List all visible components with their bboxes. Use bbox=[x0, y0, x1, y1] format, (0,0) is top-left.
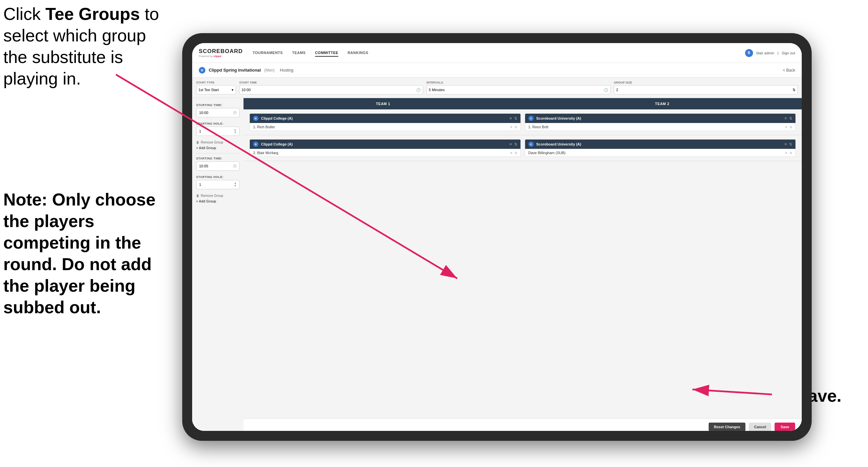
group2-remove-button[interactable]: 🗑 Remove Group bbox=[196, 194, 240, 198]
group-size-input[interactable]: 2 ⇅ bbox=[614, 85, 798, 94]
subheader-badge: B bbox=[199, 67, 206, 74]
group-size-label: Group Size bbox=[614, 81, 798, 84]
subheader: B Clippd Spring Invitational (Men) Hosti… bbox=[192, 63, 802, 78]
group1-time-field: STARTING TIME: 10:00 🕐 bbox=[196, 104, 240, 117]
nav-links: TOURNAMENTS TEAMS COMMITTEE RANKINGS bbox=[253, 49, 745, 57]
group1-team1-name: Clippd College (A) bbox=[261, 116, 506, 120]
group1-remove-button[interactable]: 🗑 Remove Group bbox=[196, 141, 240, 144]
group2-team2-expand-icon[interactable]: ⇅ bbox=[789, 142, 792, 146]
header-team1: Team 1 bbox=[244, 98, 523, 109]
group1-time-value: 10:00 bbox=[199, 111, 208, 115]
start-time-value: 10:00 bbox=[242, 88, 251, 92]
left-panel: STARTING TIME: 10:00 🕐 STARTING HOLE: 1 … bbox=[192, 98, 244, 431]
intervals-label: Intervals bbox=[426, 81, 610, 84]
sign-out-link[interactable]: Sign out bbox=[782, 51, 795, 55]
group-1-row: B Clippd College (A) ✕ ⇅ 1. Rich Butler bbox=[244, 109, 802, 135]
group1-team2-player1-expand-icon[interactable]: ⇅ bbox=[789, 125, 792, 129]
user-name: blair admin bbox=[756, 51, 774, 55]
group1-team2-player1: 1. Rees Britt ✕ ⇅ bbox=[525, 123, 796, 130]
table-header: Team 1 Team 2 bbox=[244, 98, 802, 109]
group2-add-button[interactable]: + Add Group bbox=[196, 200, 240, 203]
group1-team1-expand-icon[interactable]: ⇅ bbox=[514, 116, 517, 121]
group2-team2-actions: ✕ ⇅ bbox=[784, 142, 792, 146]
group1-hole-field: STARTING HOLE: 1 ▲ ▼ bbox=[196, 122, 240, 136]
hole-stepper-2[interactable]: ▲ ▼ bbox=[234, 182, 237, 187]
group2-hole-label: STARTING HOLE: bbox=[196, 175, 240, 179]
group1-team1-player1: 1. Rich Butler ✕ ⇅ bbox=[250, 123, 521, 130]
right-content: Team 1 Team 2 B Clippd College (A) bbox=[244, 98, 802, 431]
group2-team2-card: S Scoreboard University (A) ✕ ⇅ Dave Bil… bbox=[525, 139, 796, 157]
group1-team1-player1-close-icon[interactable]: ✕ bbox=[510, 125, 513, 129]
stepper-down-icon[interactable]: ▼ bbox=[234, 131, 237, 134]
note-bold: Note: Only choose the players competing … bbox=[3, 190, 155, 317]
group1-add-button[interactable]: + Add Group bbox=[196, 146, 240, 150]
group1-hole-value: 1 bbox=[199, 129, 201, 133]
start-time-input[interactable]: 10:00 🕐 bbox=[239, 85, 423, 94]
groups-scroll-area[interactable]: B Clippd College (A) ✕ ⇅ 1. Rich Butler bbox=[244, 109, 802, 418]
nav-rankings[interactable]: RANKINGS bbox=[347, 49, 368, 57]
group1-team1-close-icon[interactable]: ✕ bbox=[509, 116, 512, 121]
group1-hole-label: STARTING HOLE: bbox=[196, 122, 240, 125]
stepper-icon: ⇅ bbox=[793, 88, 796, 92]
tablet-screen: SCOREBOARD Powered by clippd TOURNAMENTS… bbox=[192, 43, 802, 431]
back-button[interactable]: < Back bbox=[783, 68, 795, 72]
group2-hole-input[interactable]: 1 ▲ ▼ bbox=[196, 180, 240, 189]
group2-team1-player1-expand-icon[interactable]: ⇅ bbox=[515, 151, 517, 155]
group1-team1-badge: B bbox=[253, 116, 258, 121]
group2-team2-close-icon[interactable]: ✕ bbox=[784, 142, 787, 146]
group1-team2-player1-actions: ✕ ⇅ bbox=[785, 125, 792, 129]
group2-hole-field: STARTING HOLE: 1 ▲ ▼ bbox=[196, 175, 240, 189]
group2-hole-value: 1 bbox=[199, 183, 201, 186]
clock-icon-4: 🕐 bbox=[233, 165, 237, 168]
avatar: B bbox=[745, 49, 753, 57]
trash-icon-2: 🗑 bbox=[196, 194, 199, 198]
start-type-label: Start Type bbox=[196, 81, 236, 84]
group1-time-input[interactable]: 10:00 🕐 bbox=[196, 108, 240, 117]
group-2-row: B Clippd College (A) ✕ ⇅ 2. Blair McHarg bbox=[244, 135, 802, 161]
group2-team2-player1-expand-icon[interactable]: ⇅ bbox=[789, 151, 792, 155]
group2-team1-badge: B bbox=[253, 142, 258, 147]
nav-teams[interactable]: TEAMS bbox=[292, 49, 306, 57]
nav-separator: | bbox=[778, 51, 779, 55]
header-team2: Team 2 bbox=[523, 98, 802, 109]
intervals-group: Intervals 5 Minutes 🕐 bbox=[426, 81, 610, 94]
nav-tournaments[interactable]: TOURNAMENTS bbox=[253, 49, 283, 57]
logo-scoreboard: SCOREBOARD bbox=[199, 48, 243, 55]
group2-time-label: STARTING TIME: bbox=[196, 157, 240, 160]
nav-committee[interactable]: COMMITTEE bbox=[315, 49, 339, 57]
stepper-down-icon-2[interactable]: ▼ bbox=[234, 185, 237, 187]
start-time-group: Start Time 10:00 🕐 bbox=[239, 81, 423, 94]
group2-team1-close-icon[interactable]: ✕ bbox=[509, 142, 512, 146]
start-type-select[interactable]: 1st Tee Start ▾ bbox=[196, 85, 236, 94]
start-type-value: 1st Tee Start bbox=[198, 88, 219, 92]
group2-team2-player1-close-icon[interactable]: ✕ bbox=[785, 151, 787, 155]
hole-stepper[interactable]: ▲ ▼ bbox=[234, 128, 237, 134]
group2-team2-player1-actions: ✕ ⇅ bbox=[785, 151, 792, 155]
reset-changes-button[interactable]: Reset Changes bbox=[709, 422, 745, 431]
intervals-select[interactable]: 5 Minutes 🕐 bbox=[426, 85, 610, 94]
group1-hole-input[interactable]: 1 ▲ ▼ bbox=[196, 126, 240, 136]
save-button[interactable]: Save bbox=[775, 422, 795, 431]
group2-team2-badge: S bbox=[528, 142, 534, 147]
group1-team2-expand-icon[interactable]: ⇅ bbox=[789, 116, 792, 121]
group1-team1-player1-expand-icon[interactable]: ⇅ bbox=[515, 125, 517, 129]
navbar: SCOREBOARD Powered by clippd TOURNAMENTS… bbox=[192, 43, 802, 63]
group1-team2-close-icon[interactable]: ✕ bbox=[784, 116, 787, 121]
group2-team1-player1-name: 2. Blair McHarg bbox=[253, 151, 278, 155]
group2-team1-player1-actions: ✕ ⇅ bbox=[510, 151, 517, 155]
group2-add-label: + Add Group bbox=[196, 200, 216, 203]
intervals-value: 5 Minutes bbox=[429, 88, 444, 92]
group2-team1-player1-close-icon[interactable]: ✕ bbox=[510, 151, 513, 155]
clock-icon: 🕐 bbox=[416, 88, 421, 92]
group2-time-input[interactable]: 10:05 🕐 bbox=[196, 162, 240, 171]
start-settings-row: Start Type 1st Tee Start ▾ Start Time 10… bbox=[192, 78, 802, 98]
group2-team2-header: S Scoreboard University (A) ✕ ⇅ bbox=[525, 140, 796, 149]
start-type-group: Start Type 1st Tee Start ▾ bbox=[196, 81, 236, 94]
cancel-button[interactable]: Cancel bbox=[749, 422, 771, 431]
start-time-label: Start Time bbox=[239, 81, 423, 84]
group1-team2-player1-close-icon[interactable]: ✕ bbox=[785, 125, 787, 129]
tee-groups-bold: Tee Groups bbox=[45, 4, 140, 24]
group1-team2-name: Scoreboard University (A) bbox=[536, 116, 782, 120]
group2-team1-expand-icon[interactable]: ⇅ bbox=[514, 142, 517, 146]
chevron-down-icon: ▾ bbox=[231, 88, 234, 92]
